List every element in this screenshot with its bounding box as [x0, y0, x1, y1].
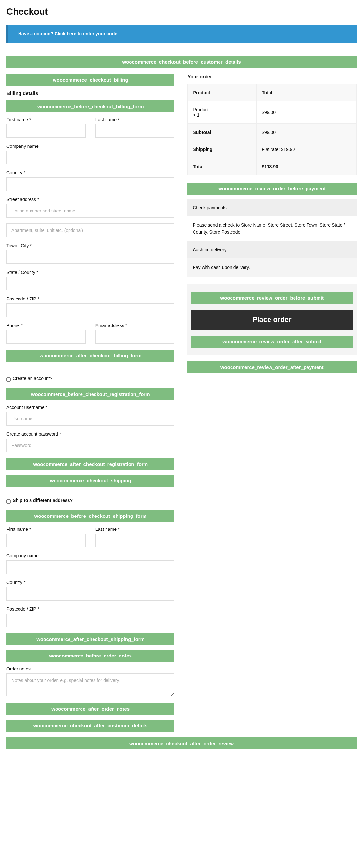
- payment-check-title[interactable]: Check payments: [187, 199, 357, 216]
- shipping-last-name-label: Last name *: [95, 527, 175, 532]
- hook-checkout-shipping: woocommerce_checkout_shipping: [6, 475, 174, 487]
- order-shipping-value: Flat rate: $19.90: [257, 141, 357, 158]
- hook-review-after-payment: woocommerce_review_order_after_payment: [187, 361, 357, 373]
- payment-check-desc: Please send a check to Store Name, Store…: [187, 216, 357, 241]
- hook-after-billing-form: woocommerce_after_checkout_billing_form: [6, 349, 174, 362]
- billing-last-name-label: Last name *: [95, 117, 175, 122]
- billing-town-label: Town / City *: [6, 243, 174, 248]
- billing-last-name-input[interactable]: [95, 124, 175, 138]
- billing-street-label: Street address *: [6, 197, 174, 202]
- billing-email-label: Email address *: [95, 323, 175, 328]
- billing-street1-input[interactable]: [6, 204, 174, 218]
- billing-company-label: Company name: [6, 144, 174, 149]
- shipping-first-name-label: First name *: [6, 527, 86, 532]
- hook-before-shipping-form: woocommerce_before_checkout_shipping_for…: [6, 510, 174, 522]
- order-total-value: $118.90: [257, 158, 357, 176]
- hook-review-after-submit: woocommerce_review_order_after_submit: [191, 336, 353, 348]
- payment-cod-desc: Pay with cash upon delivery.: [187, 258, 357, 277]
- billing-state-input[interactable]: [6, 277, 174, 290]
- order-subtotal-value: $99.00: [257, 124, 357, 141]
- hook-after-customer-details: woocommerce_checkout_after_customer_deta…: [6, 719, 174, 732]
- billing-postcode-input[interactable]: [6, 303, 174, 317]
- billing-country-input[interactable]: [6, 177, 174, 191]
- billing-postcode-label: Postcode / ZIP *: [6, 296, 174, 302]
- order-th-product: Product: [188, 84, 257, 101]
- hook-after-shipping-form: woocommerce_after_checkout_shipping_form: [6, 633, 174, 645]
- order-subtotal-label: Subtotal: [188, 124, 257, 141]
- hook-checkout-billing: woocommerce_checkout_billing: [6, 74, 174, 86]
- shipping-last-name-input[interactable]: [95, 534, 175, 547]
- order-heading: Your order: [187, 74, 357, 79]
- order-notes-input[interactable]: [6, 674, 174, 696]
- billing-first-name-input[interactable]: [6, 124, 86, 138]
- shipping-first-name-input[interactable]: [6, 534, 86, 547]
- order-total-label: Total: [188, 158, 257, 176]
- ship-different-checkbox[interactable]: [6, 499, 11, 503]
- order-item-price: $99.00: [257, 101, 357, 124]
- hook-after-order-review: woocommerce_checkout_after_order_review: [6, 737, 357, 749]
- account-username-label: Account username *: [6, 405, 174, 410]
- shipping-company-label: Company name: [6, 553, 174, 558]
- billing-company-input[interactable]: [6, 151, 174, 164]
- billing-heading: Billing details: [6, 90, 174, 96]
- hook-after-registration-form: woocommerce_after_checkout_registration_…: [6, 458, 174, 470]
- hook-before-customer-details: woocommerce_checkout_before_customer_det…: [6, 56, 357, 68]
- place-order-box: woocommerce_review_order_before_submit P…: [187, 284, 357, 355]
- billing-street2-input[interactable]: [6, 223, 174, 237]
- hook-before-order-notes: woocommerce_before_order_notes: [6, 650, 174, 662]
- order-th-total: Total: [257, 84, 357, 101]
- shipping-country-label: Country *: [6, 580, 174, 585]
- create-account-label[interactable]: Create an account?: [13, 376, 52, 381]
- shipping-country-input[interactable]: [6, 587, 174, 601]
- shipping-company-input[interactable]: [6, 560, 174, 574]
- order-item-qty: × 1: [193, 113, 199, 118]
- account-password-input[interactable]: [6, 438, 174, 452]
- hook-review-before-submit: woocommerce_review_order_before_submit: [191, 292, 353, 304]
- hook-after-order-notes: woocommerce_after_order_notes: [6, 703, 174, 715]
- billing-country-label: Country *: [6, 170, 174, 176]
- payment-cod-title[interactable]: Cash on delivery: [187, 241, 357, 258]
- order-notes-label: Order notes: [6, 666, 174, 672]
- billing-state-label: State / County *: [6, 270, 174, 275]
- hook-review-before-payment: woocommerce_review_order_before_payment: [187, 183, 357, 194]
- shipping-postcode-input[interactable]: [6, 614, 174, 627]
- billing-phone-input[interactable]: [6, 330, 86, 344]
- order-shipping-label: Shipping: [188, 141, 257, 158]
- payment-methods: Check payments Please send a check to St…: [187, 199, 357, 277]
- billing-town-input[interactable]: [6, 250, 174, 264]
- order-table: Product Total Product × 1 $99.00 Subtota…: [187, 84, 357, 176]
- order-item-name: Product: [193, 107, 208, 113]
- hook-before-registration-form: woocommerce_before_checkout_registration…: [6, 388, 174, 400]
- coupon-notice[interactable]: Have a coupon? Click here to enter your …: [6, 25, 357, 43]
- billing-phone-label: Phone *: [6, 323, 86, 328]
- place-order-button[interactable]: Place order: [191, 310, 353, 330]
- billing-email-input[interactable]: [95, 330, 175, 344]
- page-title: Checkout: [6, 6, 357, 17]
- account-password-label: Create account password *: [6, 431, 174, 437]
- account-username-input[interactable]: [6, 412, 174, 426]
- billing-first-name-label: First name *: [6, 117, 86, 122]
- order-item-name-cell: Product × 1: [188, 101, 257, 124]
- hook-before-billing-form: woocommerce_before_checkout_billing_form: [6, 100, 174, 113]
- create-account-checkbox[interactable]: [6, 377, 11, 382]
- shipping-postcode-label: Postcode / ZIP *: [6, 607, 174, 612]
- ship-different-label[interactable]: Ship to a different address?: [13, 498, 73, 503]
